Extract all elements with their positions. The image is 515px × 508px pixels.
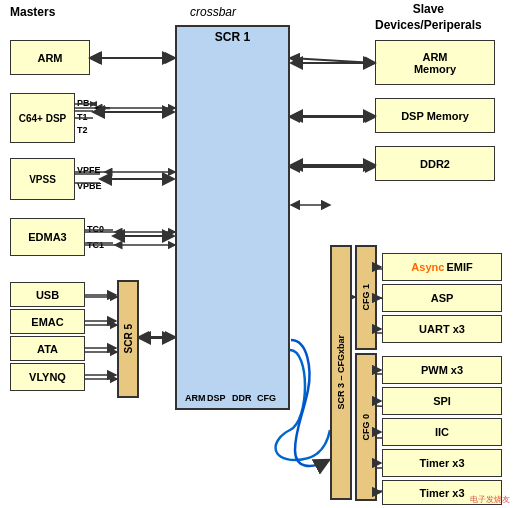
arm-box: ARM [10, 40, 90, 75]
uart-box: PWM x3 [382, 356, 502, 384]
slave-header: SlaveDevices/Periperals [375, 2, 482, 33]
dsp-col-label: DSP [207, 393, 226, 403]
masters-header: Masters [10, 5, 55, 19]
dsp-memory-box: DSP Memory [375, 98, 495, 133]
vlynq-box: VLYNQ [10, 363, 85, 391]
pwm-box: SPI [382, 387, 502, 415]
dsp-arrows: ⇐⇐ [95, 103, 111, 113]
ddr2-box: DDR2 [375, 146, 495, 181]
cfg1-box: CFG 1 [355, 245, 377, 350]
tc0-tc1-labels: TC0 TC1 [87, 221, 104, 253]
c64dsp-box: C64+ DSP [10, 93, 75, 143]
async-emif-box: Async EMIF [382, 253, 502, 281]
arm-col-label: ARM [185, 393, 206, 403]
scr1-box: SCR 1 ARM DSP DDR CFG [175, 25, 290, 410]
vpss-box: VPSS [10, 158, 75, 200]
watermark: 电子发烧友 [470, 494, 510, 505]
spi-box: IIC [382, 418, 502, 446]
vpfe-vpbe-labels: VPFE VPBE [77, 162, 102, 194]
mmc-sd-box: ASP [382, 284, 502, 312]
edma3-box: EDMA3 [10, 218, 85, 256]
ddr-col-label: DDR [232, 393, 252, 403]
cfg0-box: CFG 0 [355, 353, 377, 501]
svg-line-1 [290, 58, 375, 63]
arm-memory-box: ARMMemory [375, 40, 495, 85]
crossbar-header: crossbar [190, 5, 236, 19]
scr3-box: SCR 3 – CFGxbar [330, 245, 352, 500]
usb-box: USB [10, 282, 85, 307]
scr5-box: SCR 5 [117, 280, 139, 398]
asp-box: UART x3 [382, 315, 502, 343]
pb-t1-t2-labels: PB T1 T2 [77, 97, 90, 138]
scr1-label: SCR 1 [215, 30, 250, 44]
iic-box: Timer x3 [382, 449, 502, 477]
diagram: Masters crossbar SlaveDevices/Periperals… [0, 0, 515, 508]
cfg-col-label: CFG [257, 393, 276, 403]
ata-box: ATA [10, 336, 85, 361]
emac-box: EMAC [10, 309, 85, 334]
